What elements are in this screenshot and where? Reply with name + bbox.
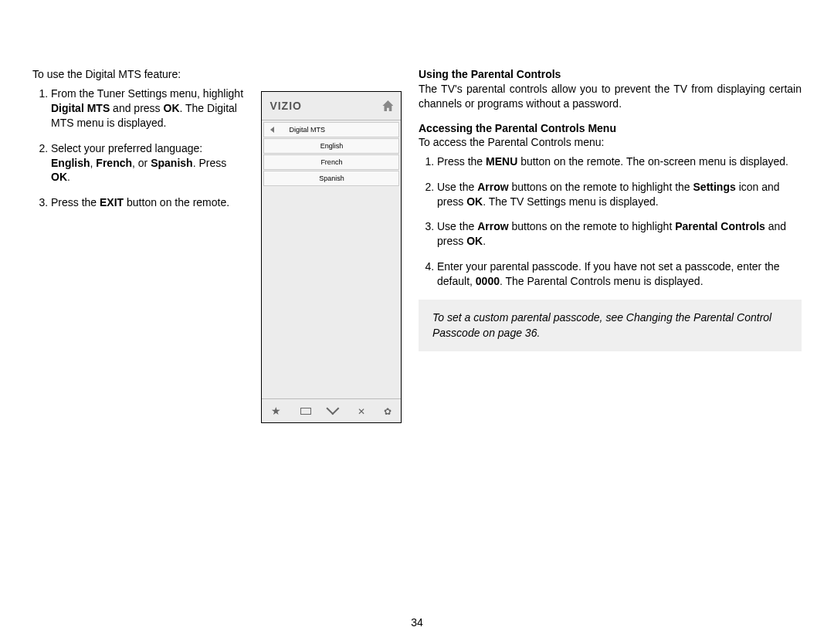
home-icon <box>382 100 393 111</box>
subsection-intro: To access the Parental Controls menu: <box>419 136 802 148</box>
step: Enter your parental passcode. If you hav… <box>437 259 802 289</box>
tv-header: VIZIO <box>262 92 401 120</box>
star-icon <box>271 405 281 417</box>
step: Use the Arrow buttons on the remote to h… <box>437 180 802 209</box>
tv-screen: VIZIO Digital MTS English French Spanish <box>261 91 402 423</box>
tv-footer <box>262 398 401 422</box>
tv-menu-title-label: Digital MTS <box>289 126 325 134</box>
back-icon <box>270 127 274 133</box>
manual-page: To use the Digital MTS feature: From the… <box>0 0 834 423</box>
chevrons-down-icon <box>330 405 339 417</box>
tv-menu-title: Digital MTS <box>263 122 399 137</box>
tv-option: English <box>263 138 399 154</box>
intro-text: To use the Digital MTS feature: <box>32 68 246 80</box>
section-heading: Using the Parental Controls <box>419 68 802 80</box>
parental-steps: Press the MENU button on the remote. The… <box>419 154 802 289</box>
mts-steps: From the Tuner Settings menu, highlight … <box>32 86 246 210</box>
section-paragraph: The TV's parental controls allow you to … <box>419 82 802 111</box>
vizio-logo: VIZIO <box>270 100 302 112</box>
step: Select your preferred language: English,… <box>51 141 246 185</box>
page-number: 34 <box>0 616 834 629</box>
gear-icon <box>384 405 392 417</box>
tv-option: Spanish <box>263 171 399 186</box>
step: Press the EXIT button on the remote. <box>51 195 246 210</box>
left-column: To use the Digital MTS feature: From the… <box>32 68 246 423</box>
tv-option: French <box>263 154 399 170</box>
tv-screenshot: VIZIO Digital MTS English French Spanish <box>261 91 403 423</box>
subsection-heading: Accessing the Parental Controls Menu <box>419 122 802 134</box>
note-pre: To set a custom parental passcode, see <box>432 311 626 324</box>
note-box: To set a custom parental passcode, see C… <box>419 300 802 351</box>
step: From the Tuner Settings menu, highlight … <box>51 86 246 130</box>
step: Use the Arrow buttons on the remote to h… <box>437 219 802 249</box>
tv-menu-list: Digital MTS English French Spanish <box>262 120 401 188</box>
note-post: on page 36. <box>480 327 540 339</box>
step: Press the MENU button on the remote. The… <box>437 154 802 169</box>
x-icon <box>358 405 365 417</box>
right-column: Using the Parental Controls The TV's par… <box>419 68 802 423</box>
rect-icon <box>300 408 311 415</box>
